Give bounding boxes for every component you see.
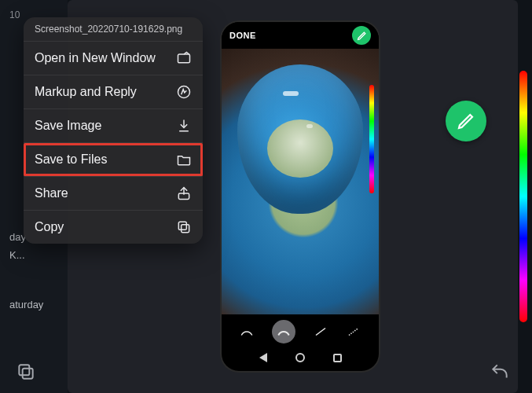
nav-recents-icon[interactable]	[333, 354, 342, 362]
brush-tool-1-icon[interactable]	[239, 324, 255, 340]
menu-item-label: Copy	[35, 220, 64, 234]
android-nav-bar	[222, 347, 379, 368]
context-menu-filename: Screenshot_20220710-191629.png	[24, 17, 203, 42]
share-icon	[176, 185, 192, 201]
sidebar-row: aturday	[0, 296, 68, 314]
nav-home-icon[interactable]	[295, 353, 305, 362]
menu-copy[interactable]: Copy	[24, 211, 203, 244]
done-button[interactable]: DONE	[229, 31, 256, 40]
menu-save-to-files[interactable]: Save to Files	[24, 143, 203, 177]
brush-tool-4-icon[interactable]	[346, 324, 361, 340]
markup-icon	[176, 84, 192, 100]
menu-save-image[interactable]: Save Image	[24, 109, 203, 143]
svg-rect-5	[182, 225, 189, 233]
svg-rect-6	[178, 222, 186, 230]
phone-markup-tools	[222, 316, 379, 347]
phone-top-bar: DONE	[222, 22, 379, 49]
menu-open-new-window[interactable]: Open in New Window	[24, 42, 203, 75]
folder-icon	[176, 152, 192, 167]
nav-back-icon[interactable]	[259, 353, 267, 362]
download-icon	[176, 118, 192, 134]
edit-button-small[interactable]	[352, 26, 371, 45]
hue-slider-small[interactable]	[369, 85, 374, 193]
phone-photo	[222, 49, 379, 314]
menu-share[interactable]: Share	[24, 177, 203, 211]
copy-toolbar-icon[interactable]	[16, 362, 36, 382]
brush-tool-3-icon[interactable]	[313, 324, 328, 340]
menu-item-label: Share	[35, 186, 68, 200]
sidebar-row: K...	[0, 246, 68, 264]
new-window-icon	[176, 50, 192, 66]
svg-rect-1	[19, 365, 29, 375]
menu-item-label: Open in New Window	[35, 51, 156, 65]
reply-icon[interactable]	[490, 362, 510, 382]
brush-tool-2-icon[interactable]	[272, 320, 295, 343]
hue-slider-large[interactable]	[519, 71, 527, 322]
menu-item-label: Save Image	[35, 119, 101, 133]
copy-icon	[176, 219, 192, 235]
phone-preview: DONE	[222, 22, 379, 371]
context-menu: Screenshot_20220710-191629.png Open in N…	[24, 17, 203, 244]
menu-item-label: Save to Files	[35, 152, 107, 167]
menu-item-label: Markup and Reply	[35, 85, 137, 99]
svg-rect-0	[23, 369, 33, 379]
svg-rect-2	[178, 54, 190, 63]
menu-markup-and-reply[interactable]: Markup and Reply	[24, 75, 203, 109]
edit-button-large[interactable]	[446, 101, 486, 141]
